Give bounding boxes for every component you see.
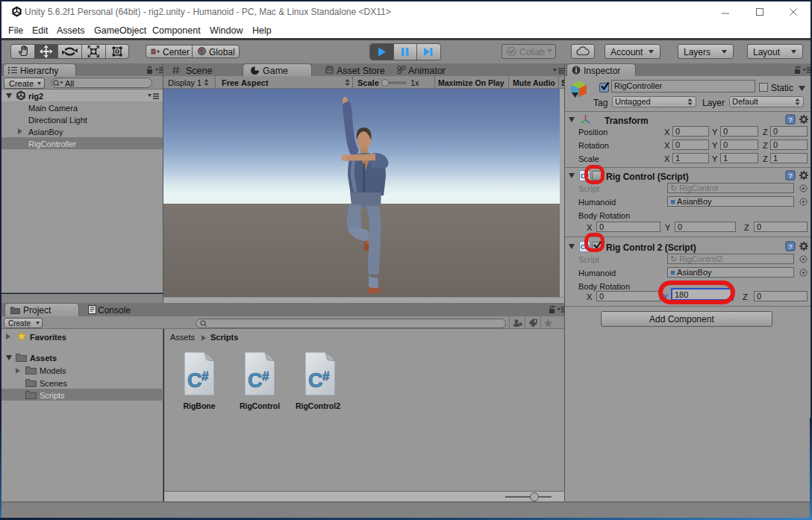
svg-text:C: C [187,369,202,392]
svg-text:?: ? [788,172,792,180]
svg-text:?: ? [788,116,792,124]
svg-text:?: ? [788,243,792,251]
svg-text:C: C [308,369,323,392]
svg-text:#: # [262,369,269,383]
svg-text:#: # [202,369,209,383]
svg-text:C: C [248,369,263,392]
svg-text:#: # [322,369,330,383]
